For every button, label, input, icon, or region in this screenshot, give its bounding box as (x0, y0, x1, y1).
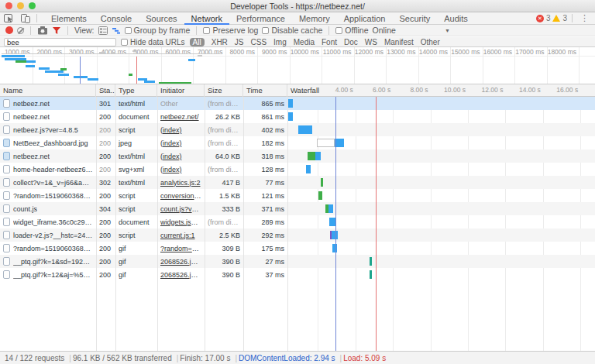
column-header-status[interactable]: Sta... (96, 84, 115, 97)
request-row[interactable]: count.js304scriptcount.js?ver=4...333 B3… (0, 202, 595, 215)
tab-sources[interactable]: Sources (139, 12, 184, 25)
filter-type-manifest[interactable]: Manifest (384, 38, 414, 46)
column-header-name[interactable]: Name (0, 84, 96, 97)
request-row[interactable]: loader-v2.js?__hstc=24902325...200script… (0, 228, 595, 242)
initiator-link[interactable]: netbeez.net/ (160, 113, 199, 121)
request-row[interactable]: home-header-netbeez6.svg200svg+xml(index… (0, 163, 595, 176)
tab-security[interactable]: Security (392, 12, 437, 25)
tab-network[interactable]: Network (184, 12, 229, 25)
initiator-cell[interactable]: netbeez.net/ (157, 113, 205, 121)
initiator-cell[interactable]: count.js?ver=4... (157, 205, 205, 213)
filter-toggle-icon[interactable] (52, 26, 61, 35)
network-overview[interactable]: 1000 ms2000 ms3000 ms4000 ms5000 ms6000 … (0, 47, 595, 84)
initiator-link[interactable]: analytics.js:2 (160, 179, 201, 187)
column-header-waterfall[interactable]: Waterfall (287, 84, 595, 97)
tab-audits[interactable]: Audits (437, 12, 475, 25)
error-icon[interactable]: ✕ (536, 15, 544, 22)
initiator-link[interactable]: (index) (160, 166, 182, 173)
more-options-icon[interactable]: ⋮ (577, 13, 592, 23)
initiator-cell[interactable]: conversion_as... (157, 192, 205, 200)
filter-type-img[interactable]: Img (273, 38, 287, 46)
request-row[interactable]: __ptq.gif?k=1&sd=1920x1080...200gif20685… (0, 255, 595, 268)
tab-elements[interactable]: Elements (44, 12, 94, 25)
column-header-size[interactable]: Size (205, 84, 243, 97)
filter-type-doc[interactable]: Doc (344, 38, 358, 46)
initiator-cell[interactable]: (index) (157, 153, 205, 160)
filter-input[interactable] (4, 38, 116, 46)
request-name-cell: __ptq.gif?k=12&aj=%5B%22... (0, 270, 96, 279)
initiator-link[interactable]: widgets.js?ver... (160, 218, 205, 226)
status-cell: 200 (96, 139, 115, 147)
column-header-time[interactable]: Time (243, 84, 287, 97)
initiator-link[interactable]: (index) (160, 153, 182, 160)
filter-type-media[interactable]: Media (294, 38, 315, 46)
filter-type-ws[interactable]: WS (365, 38, 377, 46)
tab-memory[interactable]: Memory (292, 12, 337, 25)
request-row[interactable]: NetBeez_dashboard.jpg200jpeg(index)(from… (0, 136, 595, 149)
clear-button[interactable] (17, 27, 24, 34)
initiator-cell[interactable]: 2068526.js:15 (157, 258, 205, 266)
type-cell: text/html (115, 100, 157, 108)
request-row[interactable]: netbeez.net200text/html(index)64.0 KB318… (0, 149, 595, 163)
initiator-link[interactable]: count.js?ver=4... (160, 205, 205, 213)
request-name: ?random=1519060368753&cv... (13, 192, 93, 200)
tab-performance[interactable]: Performance (229, 12, 292, 25)
offline-checkbox[interactable]: Offline (335, 26, 368, 35)
size-cell: 26.2 KB (205, 113, 243, 121)
filter-type-font[interactable]: Font (322, 38, 337, 46)
tab-console[interactable]: Console (94, 12, 139, 25)
filter-type-js[interactable]: JS (235, 38, 244, 46)
initiator-link[interactable]: current.js:1 (160, 232, 195, 239)
size-cell: 1.5 KB (205, 192, 243, 200)
chevron-down-icon[interactable]: ▼ (445, 28, 450, 33)
filter-type-css[interactable]: CSS (251, 38, 267, 46)
record-button[interactable] (5, 26, 13, 34)
show-overview-icon[interactable] (112, 26, 121, 35)
overview-request-bar (129, 74, 132, 76)
initiator-link[interactable]: ?random=151... (160, 245, 205, 252)
device-toolbar-icon[interactable] (17, 12, 34, 24)
request-name-cell: widget_iframe.36c0c29c73929... (0, 218, 96, 226)
column-header-initiator[interactable]: Initiator (157, 84, 205, 97)
throttling-dropdown[interactable]: Online (373, 26, 396, 35)
group-by-frame-checkbox[interactable]: Group by frame (125, 26, 191, 35)
initiator-link[interactable]: (index) (160, 139, 182, 147)
initiator-cell[interactable]: ?random=151... (157, 245, 205, 252)
filter-type-xhr[interactable]: XHR (212, 38, 228, 46)
hide-data-urls-checkbox[interactable]: Hide data URLs (121, 38, 185, 46)
initiator-cell[interactable]: analytics.js:2 (157, 179, 205, 187)
disable-cache-checkbox[interactable]: Disable cache (262, 26, 322, 35)
initiator-link[interactable]: 2068526.js:15 (160, 258, 205, 266)
request-name-cell: count.js (0, 204, 96, 213)
initiator-cell[interactable]: (index) (157, 126, 205, 134)
initiator-cell[interactable]: (index) (157, 139, 205, 147)
warning-icon[interactable] (552, 15, 560, 22)
filter-type-other[interactable]: Other (421, 38, 440, 46)
request-row[interactable]: netbeez.js?ver=4.8.5200script(index)(fro… (0, 123, 595, 136)
initiator-link[interactable]: (index) (160, 126, 182, 134)
preserve-log-checkbox[interactable]: Preserve log (203, 26, 258, 35)
filter-type-all[interactable]: All (190, 38, 205, 46)
capture-screenshots-icon[interactable] (37, 26, 48, 35)
initiator-cell[interactable]: 2068526.js:15 (157, 271, 205, 279)
request-row[interactable]: collect?v=1&_v=j66&a=19227...302text/htm… (0, 176, 595, 189)
initiator-link[interactable]: conversion_as... (160, 192, 205, 200)
initiator-link[interactable]: 2068526.js:15 (160, 271, 205, 279)
request-row[interactable]: ?random=1519060368753&cv...200scriptconv… (0, 189, 595, 202)
use-large-rows-icon[interactable] (98, 26, 108, 35)
waterfall-bar (298, 125, 312, 134)
tab-application[interactable]: Application (337, 12, 393, 25)
column-header-type[interactable]: Type (115, 84, 157, 97)
request-row[interactable]: netbeez.net301text/htmlOther(from disk .… (0, 97, 595, 110)
type-cell: svg+xml (115, 166, 157, 173)
initiator-cell[interactable]: (index) (157, 166, 205, 173)
request-row[interactable]: ?random=1519060368753&cv...200gif?random… (0, 242, 595, 255)
status-cell: 200 (96, 218, 115, 226)
request-row[interactable]: widget_iframe.36c0c29c73929...200documen… (0, 215, 595, 228)
initiator-cell[interactable]: current.js:1 (157, 232, 205, 239)
request-row[interactable]: netbeez.net200documentnetbeez.net/26.2 K… (0, 110, 595, 123)
checkbox-icon (335, 27, 342, 34)
request-row[interactable]: __ptq.gif?k=12&aj=%5B%22...200gif2068526… (0, 268, 595, 281)
inspect-element-icon[interactable] (0, 12, 17, 24)
initiator-cell[interactable]: widgets.js?ver... (157, 218, 205, 226)
